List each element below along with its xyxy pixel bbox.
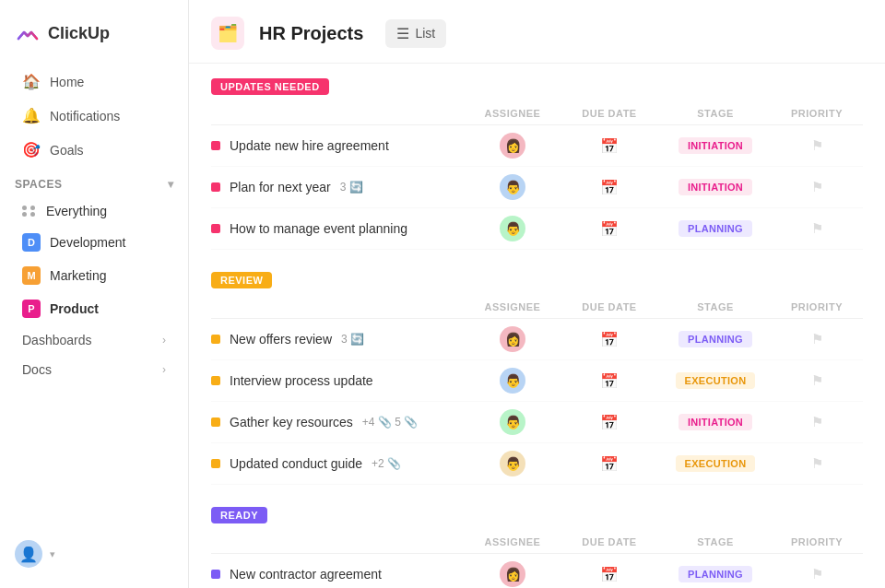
assignee-cell: 👨 — [466, 368, 559, 394]
col-header-stage2: Stage — [660, 301, 771, 312]
due-date-cell: 📅 — [559, 179, 660, 196]
flag-icon: ⚑ — [811, 137, 823, 154]
review-section: REVIEW Assignee Due Date Stage Priority … — [189, 257, 885, 485]
calendar-icon: 📅 — [600, 220, 619, 238]
stage-badge: INITIATION — [678, 137, 752, 154]
priority-cell: ⚑ — [771, 179, 863, 195]
ready-badge: READY — [211, 507, 267, 523]
avatar: 👨 — [500, 451, 525, 476]
review-badge: REVIEW — [211, 272, 272, 288]
stage-cell: INITIATION — [660, 414, 771, 430]
sidebar-item-everything[interactable]: Everything — [7, 197, 181, 225]
table-row[interactable]: New offers review 3 🔄 👩 📅 PLANNING ⚑ — [211, 319, 863, 360]
col-header-due-date3: Due Date — [559, 536, 660, 547]
table-row[interactable]: Update new hire agreement 👩 📅 INITIATION… — [211, 125, 863, 167]
col-headers-review: Assignee Due Date Stage Priority — [211, 298, 863, 319]
sidebar-item-marketing[interactable]: M Marketing — [7, 260, 181, 291]
sidebar-item-product-label: Product — [50, 301, 99, 316]
calendar-icon: 📅 — [600, 179, 619, 196]
due-date-cell: 📅 — [559, 372, 660, 390]
col-header-priority2: Priority — [771, 301, 863, 312]
due-date-cell: 📅 — [559, 137, 660, 155]
stage-badge: EXECUTION — [676, 455, 756, 472]
avatar: 👨 — [500, 216, 525, 241]
updates-needed-header: UPDATES NEEDED — [211, 64, 863, 104]
docs-label: Docs — [22, 362, 52, 377]
priority-cell: ⚑ — [771, 372, 863, 389]
due-date-cell: 📅 — [559, 220, 660, 238]
col-header-priority3: Priority — [771, 536, 863, 547]
priority-cell: ⚑ — [771, 455, 863, 472]
assignee-cell: 👨 — [466, 409, 559, 435]
stage-badge: INITIATION — [678, 179, 752, 195]
due-date-cell: 📅 — [559, 331, 660, 348]
calendar-icon: 📅 — [600, 331, 619, 348]
due-date-cell: 📅 — [559, 566, 660, 583]
table-row[interactable]: Plan for next year 3 🔄 👨 📅 INITIATION ⚑ — [211, 167, 863, 208]
review-header: REVIEW — [211, 257, 863, 298]
col-header-due-date2: Due Date — [559, 301, 660, 312]
col-header-priority: Priority — [771, 108, 863, 119]
stage-cell: PLANNING — [660, 331, 771, 347]
stage-badge: EXECUTION — [676, 372, 756, 389]
due-date-cell: 📅 — [559, 455, 660, 473]
avatar: 👩 — [500, 326, 525, 352]
task-dot — [211, 417, 220, 427]
col-header-stage: Stage — [660, 108, 771, 119]
calendar-icon: 📅 — [600, 455, 619, 473]
spaces-header: Spaces ▾ — [0, 167, 188, 196]
assignee-cell: 👩 — [466, 133, 559, 159]
table-row[interactable]: Interview process update 👨 📅 EXECUTION ⚑ — [211, 360, 863, 402]
clickup-logo-icon — [15, 20, 41, 46]
nav-home[interactable]: 🏠 Home — [7, 65, 181, 98]
project-title: HR Projects — [259, 23, 363, 44]
table-row[interactable]: Updated conduct guide +2 📎 👨 📅 EXECUTION… — [211, 443, 863, 485]
assignee-cell: 👨 — [466, 174, 559, 200]
priority-cell: ⚑ — [771, 137, 863, 154]
col-header-stage3: Stage — [660, 536, 771, 547]
list-view-label: List — [415, 26, 435, 41]
user-avatar[interactable]: 👤 — [15, 540, 42, 568]
task-name: Gather key resources +4 📎 5 📎 — [211, 415, 466, 429]
due-date-cell: 📅 — [559, 414, 660, 431]
sidebar-item-development[interactable]: D Development — [7, 227, 181, 258]
nav-notifications-label: Notifications — [50, 109, 120, 123]
table-row[interactable]: How to manage event planning 👨 📅 PLANNIN… — [211, 208, 863, 250]
priority-cell: ⚑ — [771, 220, 863, 237]
task-dot — [211, 335, 220, 344]
sidebar-item-product[interactable]: P Product — [7, 293, 181, 324]
col-header-due-date: Due Date — [559, 108, 660, 119]
list-icon: ☰ — [396, 25, 409, 42]
stage-badge: PLANNING — [678, 566, 752, 582]
chevron-right-icon: › — [162, 334, 166, 347]
calendar-icon: 📅 — [600, 566, 619, 583]
marketing-avatar: M — [22, 266, 41, 285]
stage-cell: PLANNING — [660, 566, 771, 582]
user-dropdown-icon: ▾ — [50, 548, 55, 560]
calendar-icon: 📅 — [600, 372, 619, 390]
nav-docs[interactable]: Docs › — [7, 356, 181, 383]
task-meta: 3 🔄 — [341, 333, 364, 346]
list-view-tab[interactable]: ☰ List — [385, 19, 446, 48]
project-icon: 🗂️ — [211, 17, 244, 50]
ready-section: READY Assignee Due Date Stage Priority N… — [189, 492, 885, 588]
product-avatar: P — [22, 300, 41, 318]
sidebar-item-everything-label: Everything — [46, 204, 107, 218]
sidebar: ClickUp 🏠 Home 🔔 Notifications 🎯 Goals S… — [0, 0, 189, 588]
task-name: Update new hire agreement — [211, 138, 466, 153]
main-content: 🗂️ HR Projects ☰ List UPDATES NEEDED Ass… — [189, 0, 885, 588]
flag-icon: ⚑ — [811, 455, 823, 472]
nav-dashboards[interactable]: Dashboards › — [7, 326, 181, 354]
nav-goals[interactable]: 🎯 Goals — [7, 134, 181, 166]
col-headers-updates: Assignee Due Date Stage Priority — [211, 104, 863, 125]
table-row[interactable]: New contractor agreement 👩 📅 PLANNING ⚑ — [211, 554, 863, 588]
nav-notifications[interactable]: 🔔 Notifications — [7, 100, 181, 132]
task-dot — [211, 376, 220, 385]
task-name: Plan for next year 3 🔄 — [211, 180, 466, 194]
table-row[interactable]: Gather key resources +4 📎 5 📎 👨 📅 INITIA… — [211, 402, 863, 443]
development-avatar: D — [22, 233, 41, 252]
task-meta: +2 📎 — [372, 457, 401, 470]
dashboards-label: Dashboards — [22, 333, 92, 347]
stage-badge: PLANNING — [678, 220, 752, 237]
task-meta: +4 📎 5 📎 — [362, 416, 418, 429]
